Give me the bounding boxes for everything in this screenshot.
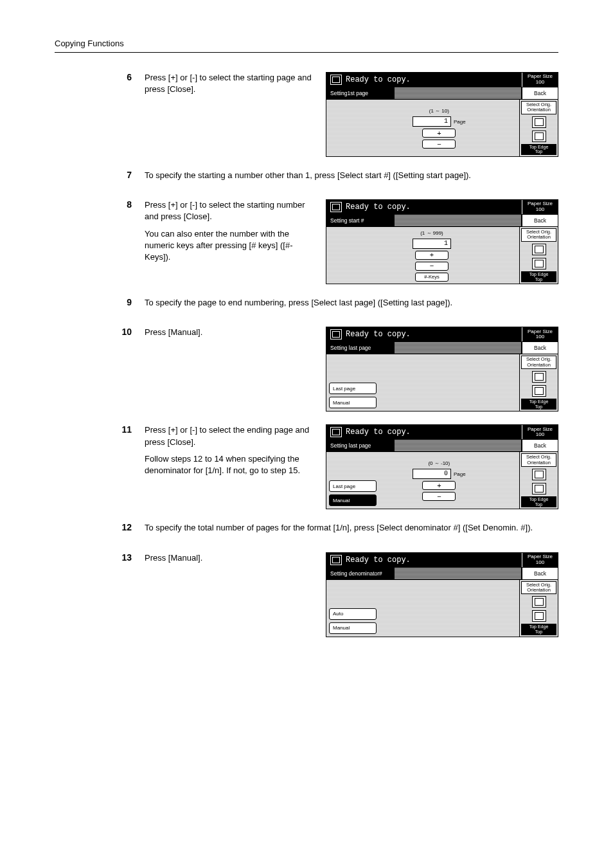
step-number: 13 bbox=[55, 552, 145, 563]
step-text: To specify the starting a number other t… bbox=[145, 170, 558, 186]
option-button[interactable]: Last page bbox=[329, 383, 377, 394]
option-button[interactable]: Last page bbox=[329, 480, 377, 492]
copy-icon bbox=[330, 75, 342, 85]
value-display: 0 bbox=[413, 469, 451, 479]
paper-size-indicator: Paper Size100 bbox=[522, 327, 558, 341]
step-text: Press [+] or [-] to select the starting … bbox=[145, 199, 326, 268]
step-number: 6 bbox=[55, 72, 145, 82]
orientation-button[interactable]: Select Orig. Orientation bbox=[521, 101, 556, 114]
section-header: Copying Functions bbox=[55, 39, 558, 53]
hash-keys-button[interactable]: #-Keys bbox=[415, 273, 449, 282]
step-text: To specify the total number of pages for… bbox=[145, 522, 558, 539]
value-display: 1 bbox=[413, 239, 451, 249]
instruction-step: 12To specify the total number of pages f… bbox=[55, 522, 558, 539]
top-edge-label: Top EdgeTop bbox=[521, 399, 556, 410]
instruction-step: 11Press [+] or [-] to select the ending … bbox=[55, 424, 558, 509]
option-button[interactable]: Manual bbox=[329, 397, 377, 408]
instruction-step: 8Press [+] or [-] to select the starting… bbox=[55, 199, 558, 284]
copy-icon bbox=[330, 329, 342, 339]
orientation-icon bbox=[532, 258, 546, 269]
plus-button[interactable]: + bbox=[422, 481, 456, 490]
minus-button[interactable]: − bbox=[422, 492, 456, 501]
step-number: 11 bbox=[55, 424, 145, 435]
step-number: 9 bbox=[55, 297, 145, 307]
minus-button[interactable]: − bbox=[415, 262, 449, 271]
top-edge-label: Top EdgeTop bbox=[521, 271, 556, 282]
option-button[interactable]: Manual bbox=[329, 622, 377, 634]
orientation-button[interactable]: Select Orig. Orientation bbox=[521, 453, 556, 467]
copier-screen: Ready to copy.Paper Size100Setting start… bbox=[326, 199, 558, 284]
copier-screen: Ready to copy.Paper Size100Setting last … bbox=[326, 327, 558, 411]
instruction-step: 13Press [Manual].Ready to copy.Paper Siz… bbox=[55, 552, 558, 637]
status-text: Ready to copy. bbox=[346, 330, 411, 339]
back-button[interactable]: Back bbox=[522, 568, 558, 579]
copy-icon bbox=[330, 427, 342, 437]
status-text: Ready to copy. bbox=[346, 428, 411, 437]
screen-title: Setting start # bbox=[326, 215, 394, 226]
step-text: Press [Manual]. bbox=[145, 552, 326, 569]
plus-button[interactable]: + bbox=[422, 129, 456, 138]
orientation-icon bbox=[532, 483, 546, 494]
status-text: Ready to copy. bbox=[346, 556, 411, 565]
top-edge-label: Top EdgeTop bbox=[521, 496, 556, 507]
top-edge-label: Top EdgeTop bbox=[521, 624, 556, 635]
orientation-icon bbox=[532, 244, 546, 255]
value-display: 1 bbox=[413, 116, 451, 127]
orientation-button[interactable]: Select Orig. Orientation bbox=[521, 581, 556, 595]
paper-size-indicator: Paper Size100 bbox=[522, 425, 558, 439]
range-label: (0 ～ -10) bbox=[428, 460, 450, 467]
step-number: 12 bbox=[55, 522, 145, 532]
copier-screen: Ready to copy.Paper Size100Setting last … bbox=[326, 424, 558, 509]
orientation-icon bbox=[532, 596, 546, 608]
paper-size-indicator: Paper Size100 bbox=[522, 73, 558, 87]
back-button[interactable]: Back bbox=[522, 440, 558, 451]
orientation-button[interactable]: Select Orig. Orientation bbox=[521, 228, 556, 242]
option-button[interactable]: Manual bbox=[329, 494, 377, 506]
orientation-icon bbox=[532, 385, 546, 397]
copy-icon bbox=[330, 202, 342, 212]
orientation-button[interactable]: Select Orig. Orientation bbox=[521, 356, 556, 369]
step-text: Press [+] or [-] to select the ending pa… bbox=[145, 424, 326, 482]
option-button[interactable]: Auto bbox=[329, 608, 377, 620]
back-button[interactable]: Back bbox=[522, 87, 558, 99]
instruction-step: 6Press [+] or [-] to select the starting… bbox=[55, 72, 558, 157]
range-label: (1 ～ 10) bbox=[429, 107, 449, 114]
paper-size-indicator: Paper Size100 bbox=[522, 200, 558, 214]
top-edge-label: Top EdgeTop bbox=[521, 144, 556, 155]
screen-title: Setting1st page bbox=[326, 87, 394, 99]
screen-title: Setting denominator# bbox=[326, 568, 394, 579]
screen-title: Setting last page bbox=[326, 440, 394, 451]
step-text: Press [+] or [-] to select the starting … bbox=[145, 72, 326, 100]
copy-icon bbox=[330, 555, 342, 565]
instruction-step: 10Press [Manual].Ready to copy.Paper Siz… bbox=[55, 327, 558, 411]
status-text: Ready to copy. bbox=[346, 203, 411, 212]
back-button[interactable]: Back bbox=[522, 215, 558, 226]
paper-size-indicator: Paper Size100 bbox=[522, 553, 558, 567]
instruction-step: 9To specify the page to end numbering, p… bbox=[55, 297, 558, 314]
orientation-icon bbox=[532, 469, 546, 480]
instruction-step: 7To specify the starting a number other … bbox=[55, 170, 558, 186]
status-text: Ready to copy. bbox=[346, 75, 411, 84]
orientation-icon bbox=[532, 610, 546, 622]
step-number: 7 bbox=[55, 170, 145, 180]
plus-button[interactable]: + bbox=[415, 251, 449, 260]
orientation-icon bbox=[532, 131, 546, 142]
range-label: (1 ～ 999) bbox=[420, 230, 443, 237]
step-number: 10 bbox=[55, 327, 145, 337]
copier-screen: Ready to copy.Paper Size100Setting1st pa… bbox=[326, 72, 558, 157]
orientation-icon bbox=[532, 116, 546, 128]
screen-title: Setting last page bbox=[326, 342, 394, 354]
copier-screen: Ready to copy.Paper Size100Setting denom… bbox=[326, 552, 558, 637]
step-text: To specify the page to end numbering, pr… bbox=[145, 297, 558, 314]
minus-button[interactable]: − bbox=[422, 140, 456, 149]
step-text: Press [Manual]. bbox=[145, 327, 326, 343]
back-button[interactable]: Back bbox=[522, 342, 558, 354]
step-number: 8 bbox=[55, 199, 145, 210]
orientation-icon bbox=[532, 371, 546, 383]
